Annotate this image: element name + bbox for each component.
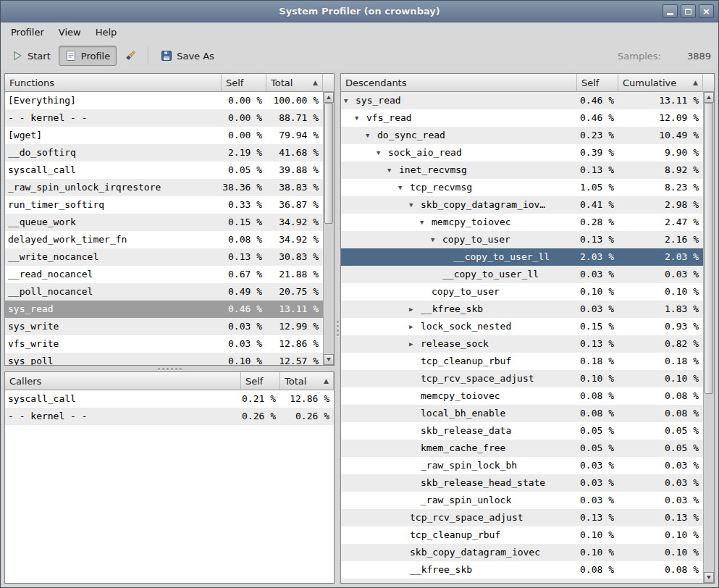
function-name: kmem_cache_free [421,440,505,457]
vertical-pane-handle[interactable] [335,73,340,584]
table-row[interactable]: tcp_rcv_space_adjust0.13 %0.13 % [341,509,703,526]
table-row[interactable]: tcp_cleanup_rbuf0.10 %0.10 % [341,526,703,544]
menu-profiler[interactable]: Profiler [4,24,51,41]
table-row[interactable]: tcp_cleanup_rbuf0.18 %0.18 % [341,353,703,370]
menu-view[interactable]: View [51,24,88,41]
table-row[interactable]: ▶lock_sock_nested0.15 %0.93 % [341,318,703,335]
table-row[interactable]: __copy_to_user_ll2.03 %2.03 % [341,248,703,266]
table-row[interactable]: _raw_spin_unlock0.03 %0.03 % [341,492,703,509]
expander-open-icon[interactable]: ▼ [420,214,432,231]
close-button[interactable]: × [699,4,714,18]
start-button[interactable]: Start [5,46,57,66]
scroll-down-button[interactable] [704,572,714,583]
scrollbar-track[interactable] [704,103,714,572]
functions-column-header[interactable]: Functions [5,74,222,92]
reset-button[interactable] [118,46,143,66]
scroll-down-button[interactable] [324,354,334,365]
expander-open-icon[interactable]: ▼ [409,196,421,214]
table-row[interactable]: kmem_cache_free0.05 %0.05 % [341,440,703,457]
table-row[interactable]: syscall_call0.21 %12.86 % [5,390,334,408]
self-column-header[interactable]: Self [222,74,266,92]
table-row[interactable]: memcpy_toiovec0.08 %0.08 % [341,387,703,405]
titlebar[interactable]: System Profiler (on crownbay) × [1,1,718,22]
menu-help[interactable]: Help [88,24,125,41]
scrollbar-thumb[interactable] [705,103,713,394]
table-row[interactable]: run_timer_softirq0.33 %36.87 % [5,196,323,214]
table-row[interactable]: skb_copy_datagram_iovec0.10 %0.10 % [341,544,703,561]
table-row[interactable]: ▼vfs_read0.46 %12.09 % [341,109,703,127]
table-row[interactable]: sys_read0.46 %13.11 % [5,301,323,318]
expander-closed-icon[interactable]: ▶ [409,335,421,353]
table-row[interactable]: ▼copy_to_user0.13 %2.16 % [341,231,703,248]
expander-open-icon[interactable]: ▼ [366,127,377,144]
function-name: release_sock [421,335,489,353]
expander-open-icon[interactable]: ▼ [355,109,366,127]
table-row[interactable]: ▶release_sock0.13 %0.82 % [341,335,703,353]
horizontal-pane-handle[interactable] [4,366,335,371]
scrollbar-thumb[interactable] [324,103,333,224]
total-column-header[interactable]: Total ▲ [266,74,323,92]
self-column-header[interactable]: Self [241,372,280,390]
table-row[interactable]: [Everything]0.00 %100.00 % [5,92,323,109]
table-row[interactable]: __write_nocancel0.13 %30.83 % [5,248,323,266]
scrollbar-track[interactable] [324,103,334,354]
function-name-cell: _raw_spin_unlock_irqrestore [5,179,222,196]
total-value: 30.83 % [266,248,323,266]
scroll-up-button[interactable] [704,92,714,103]
function-name-cell: syscall_call [5,161,222,179]
table-row[interactable]: sys_poll0.10 %12.57 % [5,353,323,365]
table-row[interactable]: ▼inet_recvmsg0.13 %8.92 % [341,161,703,179]
table-row[interactable]: [wget]0.00 %79.94 % [5,127,323,144]
function-name-cell: tcp_rcv_space_adjust [341,509,577,526]
minimize-button[interactable] [663,4,678,18]
table-row[interactable]: __kfree_skb0.08 %0.08 % [341,561,703,579]
scroll-up-button[interactable] [324,92,334,103]
table-row[interactable]: sys_write0.03 %12.99 % [5,318,323,335]
callers-column-header[interactable]: Callers [5,372,241,390]
table-row[interactable]: __poll_nocancel0.49 %20.75 % [5,283,323,301]
self-column-header[interactable]: Self [577,74,618,92]
table-row[interactable]: vfs_write0.03 %12.86 % [5,335,323,353]
functions-scrollbar[interactable] [323,92,334,365]
grip-dot [337,329,339,332]
table-row[interactable]: tcp_rcv_space_adjust0.10 %0.10 % [341,370,703,387]
table-row[interactable]: _raw_spin_lock_bh0.03 %0.03 % [341,457,703,474]
table-row[interactable]: ▼do_sync_read0.23 %10.49 % [341,127,703,144]
table-row[interactable]: skb_release_head_state0.03 %0.03 % [341,474,703,492]
table-row[interactable]: __queue_work0.15 %34.92 % [5,214,323,231]
total-column-header[interactable]: Total ▲ [280,372,334,390]
table-row[interactable]: __read_nocancel0.67 %21.88 % [5,266,323,283]
table-row[interactable]: copy_to_user0.10 %0.10 % [341,283,703,301]
expander-closed-icon[interactable]: ▶ [409,301,421,318]
save-as-button[interactable]: Save As [154,46,221,66]
table-row[interactable]: ▶__kfree_skb0.03 %1.83 % [341,301,703,318]
self-value: 0.18 % [577,353,618,370]
descendants-column-header[interactable]: Descendants [341,74,577,92]
table-row[interactable]: __do_softirq2.19 %41.68 % [5,144,323,161]
expander-closed-icon[interactable]: ▶ [409,318,421,335]
table-row[interactable]: ▼skb_copy_datagram_iov…0.41 %2.98 % [341,196,703,214]
table-row[interactable]: - - kernel - -0.00 %88.71 % [5,109,323,127]
expander-open-icon[interactable]: ▼ [387,161,399,179]
table-row[interactable]: memcpy_toiovec0.03 %0.03 % [341,579,703,583]
table-row[interactable]: __copy_to_user_ll0.03 %0.03 % [341,266,703,283]
table-row[interactable]: ▼tcp_recvmsg1.05 %8.23 % [341,179,703,196]
table-row[interactable]: - - kernel - -0.26 %0.26 % [5,408,334,425]
table-row[interactable]: ▼sys_read0.46 %13.11 % [341,92,703,109]
descendants-scrollbar[interactable] [703,92,714,583]
table-row[interactable]: ▼sock_aio_read0.39 %9.90 % [341,144,703,161]
table-row[interactable]: ▼memcpy_toiovec0.28 %2.47 % [341,214,703,231]
cumulative-column-header[interactable]: Cumulative ▲ [618,74,703,92]
table-row[interactable]: skb_release_data0.05 %0.05 % [341,422,703,440]
table-row[interactable]: local_bh_enable0.08 %0.08 % [341,405,703,422]
table-row[interactable]: syscall_call0.05 %39.88 % [5,161,323,179]
profile-button[interactable]: Profile [59,46,117,66]
maximize-button[interactable] [681,4,696,18]
table-row[interactable]: delayed_work_timer_fn0.08 %34.92 % [5,231,323,248]
expander-open-icon[interactable]: ▼ [344,92,356,109]
toolbar: Start Profile [1,42,718,70]
expander-open-icon[interactable]: ▼ [398,179,410,196]
expander-open-icon[interactable]: ▼ [377,144,388,161]
expander-open-icon[interactable]: ▼ [431,231,442,248]
table-row[interactable]: _raw_spin_unlock_irqrestore38.36 %38.83 … [5,179,323,196]
